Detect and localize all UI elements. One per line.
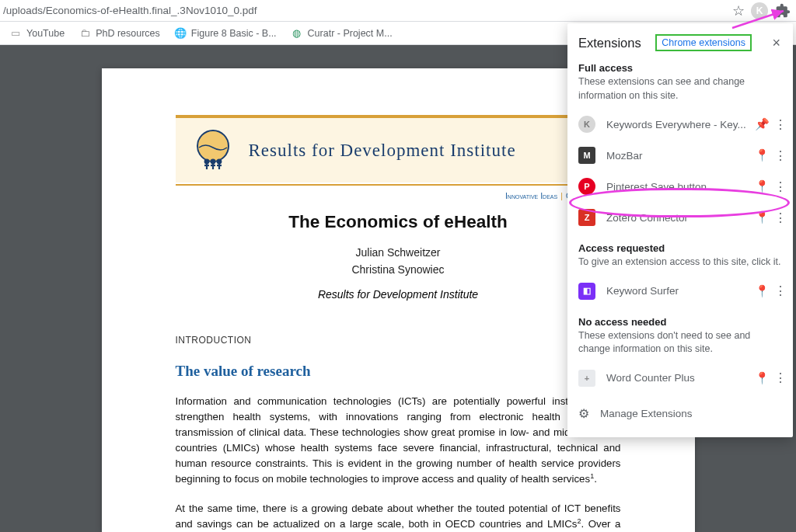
section-desc-requested: To give an extension access to this site… bbox=[567, 256, 793, 276]
pin-icon[interactable]: 📍 bbox=[751, 284, 773, 298]
pin-icon[interactable]: 📍 bbox=[751, 148, 773, 162]
extension-icon: Z bbox=[578, 209, 595, 226]
extension-icon: + bbox=[578, 370, 595, 387]
author-name: Julian Schweitzer bbox=[176, 246, 621, 259]
more-icon[interactable]: ⋮ bbox=[773, 148, 788, 163]
bookmark-label: YouTube bbox=[26, 28, 65, 39]
bookmark-item[interactable]: 🌐 Figure 8 Basic - B... bbox=[169, 26, 281, 41]
extensions-panel: Extensions Chrome extensions × Full acce… bbox=[567, 23, 793, 437]
org-banner: Results for Development Institute Innova… bbox=[176, 115, 621, 183]
extension-icon: P bbox=[578, 178, 595, 195]
extension-icon: M bbox=[578, 147, 595, 164]
globe-icon: 🌐 bbox=[174, 27, 187, 40]
svg-point-4 bbox=[211, 159, 215, 163]
body-paragraph: Information and communication technologi… bbox=[176, 394, 621, 487]
extension-row[interactable]: + Word Counter Plus 📍 ⋮ bbox=[567, 363, 793, 394]
section-desc-full: These extensions can see and change info… bbox=[567, 75, 793, 109]
bookmark-item[interactable]: 🗀 PhD resources bbox=[74, 26, 165, 41]
extension-name: MozBar bbox=[606, 150, 751, 162]
pin-icon[interactable]: 📍 bbox=[751, 179, 773, 193]
manage-extensions[interactable]: ⚙ Manage Extensions bbox=[567, 398, 793, 429]
chrome-extensions-link[interactable]: Chrome extensions bbox=[655, 34, 752, 51]
more-icon[interactable]: ⋮ bbox=[773, 283, 788, 298]
authors: Julian Schweitzer Christina Synowiec bbox=[176, 246, 621, 276]
section-desc-none: These extensions don't need to see and c… bbox=[567, 329, 793, 363]
bookmark-item[interactable]: ◍ Curatr - Project M... bbox=[286, 26, 397, 41]
more-icon[interactable]: ⋮ bbox=[773, 370, 788, 385]
folder-icon: 🗀 bbox=[79, 27, 91, 40]
extension-name: Zotero Connector bbox=[606, 212, 751, 224]
extensions-panel-title: Extensions bbox=[578, 36, 641, 50]
extension-row[interactable]: M MozBar 📍 ⋮ bbox=[567, 140, 793, 171]
svg-line-10 bbox=[732, 11, 784, 28]
extension-name: Keyword Surfer bbox=[606, 285, 751, 297]
extension-name: Keywords Everywhere - Key... bbox=[606, 119, 751, 130]
extension-name: Word Counter Plus bbox=[606, 372, 751, 384]
bookmark-label: Curatr - Project M... bbox=[308, 28, 393, 39]
extension-row[interactable]: ◧ Keyword Surfer 📍 ⋮ bbox=[567, 276, 793, 307]
extension-icon: K bbox=[578, 116, 595, 133]
svg-point-1 bbox=[204, 159, 208, 163]
org-logo-icon bbox=[191, 129, 235, 172]
affiliation: Results for Development Institute bbox=[176, 288, 621, 301]
more-icon[interactable]: ⋮ bbox=[773, 210, 788, 225]
body-paragraph: At the same time, there is a growing deb… bbox=[176, 501, 621, 532]
curatr-icon: ◍ bbox=[291, 27, 303, 40]
extension-row-zotero[interactable]: Z Zotero Connector 📍 ⋮ bbox=[567, 202, 793, 233]
address-bar: /uploads/Economics-of-eHealth.final_.3No… bbox=[0, 0, 796, 22]
bookmark-label: Figure 8 Basic - B... bbox=[191, 28, 277, 39]
pin-icon[interactable]: 📌 bbox=[751, 117, 773, 131]
manage-label: Manage Extensions bbox=[600, 408, 693, 419]
close-icon[interactable]: × bbox=[766, 35, 784, 51]
section-heading: The value of research bbox=[176, 363, 621, 380]
bookmark-item[interactable]: ▭ YouTube bbox=[5, 26, 69, 41]
url-text: /uploads/Economics-of-eHealth.final_.3No… bbox=[3, 5, 732, 16]
intro-label: INTRODUCTION bbox=[176, 335, 621, 346]
section-label-none: No access needed bbox=[567, 311, 793, 329]
svg-point-7 bbox=[217, 159, 221, 163]
more-icon[interactable]: ⋮ bbox=[773, 179, 788, 194]
extension-icon: ◧ bbox=[578, 283, 595, 300]
author-name: Christina Synowiec bbox=[176, 263, 621, 276]
document-title: The Economics of eHealth bbox=[176, 212, 621, 232]
more-icon[interactable]: ⋮ bbox=[773, 117, 788, 132]
gear-icon: ⚙ bbox=[578, 406, 589, 421]
extension-row[interactable]: P Pinterest Save button 📍 ⋮ bbox=[567, 171, 793, 202]
youtube-icon: ▭ bbox=[9, 27, 22, 40]
pin-icon[interactable]: 📍 bbox=[751, 371, 773, 385]
bookmark-label: PhD resources bbox=[96, 28, 160, 39]
banner-title: Results for Development Institute bbox=[249, 141, 516, 161]
annotation-arrow bbox=[729, 6, 796, 31]
extension-row[interactable]: K Keywords Everywhere - Key... 📌 ⋮ bbox=[567, 109, 793, 140]
section-label-requested: Access requested bbox=[567, 238, 793, 256]
pin-icon[interactable]: 📍 bbox=[751, 210, 773, 224]
extension-name: Pinterest Save button bbox=[606, 181, 751, 193]
section-label-full: Full access bbox=[567, 57, 793, 75]
